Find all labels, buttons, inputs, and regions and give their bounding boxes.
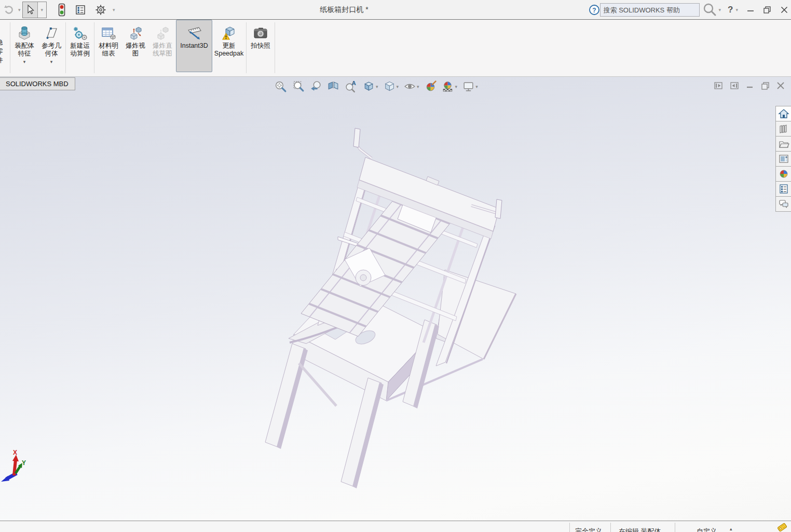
task-pane-solidworks-forum[interactable] xyxy=(775,196,791,212)
task-pane-view-palette[interactable] xyxy=(775,151,791,167)
update-speedpak-icon xyxy=(221,24,237,42)
chevron-down-icon[interactable]: ▾ xyxy=(50,60,53,64)
zoom-area-icon xyxy=(292,80,305,93)
task-pane xyxy=(775,106,791,212)
document-restore-button[interactable] xyxy=(761,81,770,90)
chevron-down-icon: ▾ xyxy=(41,7,44,12)
appearances-sphere-icon xyxy=(778,168,789,180)
document-minimize-button[interactable] xyxy=(746,81,754,90)
document-title: 纸板箱封口机 * xyxy=(320,5,368,15)
display-style-button[interactable]: ▾ xyxy=(383,80,399,93)
ribbon-separator xyxy=(94,22,94,73)
reference-geometry-icon xyxy=(43,24,60,42)
search-area: ? ▾ ? ▾ xyxy=(589,2,788,18)
chevron-down-icon[interactable]: ▾ xyxy=(397,84,399,89)
previous-view-button[interactable] xyxy=(309,80,322,93)
heads-up-view-toolbar: A ▾ ▾ xyxy=(274,80,478,93)
title-bar: ▾ ▾ xyxy=(0,0,791,20)
task-pane-file-explorer[interactable] xyxy=(775,136,791,152)
status-fully-defined: 完全定义 xyxy=(575,527,602,532)
ribbon-button-new-motion-study[interactable]: 新建运 动算例 xyxy=(66,20,93,72)
chat-bubbles-icon xyxy=(778,198,789,210)
ribbon-button-assembly-features[interactable]: 装配体 特征 ▾ xyxy=(11,20,38,72)
ribbon-button-exploded-view[interactable]: 爆炸视 图 xyxy=(122,20,149,72)
gear-icon xyxy=(95,4,106,16)
minimize-button[interactable] xyxy=(747,6,754,13)
ribbon-button-show-hidden-components[interactable]: 隐 零 件 xyxy=(0,20,9,65)
search-icon[interactable] xyxy=(702,2,717,18)
instant3d-icon xyxy=(185,24,203,42)
tag-icon[interactable] xyxy=(777,523,787,532)
tab-solidworks-mbd[interactable]: SOLIDWORKS MBD xyxy=(0,77,75,90)
edit-appearance-button[interactable] xyxy=(424,80,437,93)
section-view-icon xyxy=(327,80,340,93)
status-custom-tab[interactable]: 自定义 xyxy=(697,527,717,532)
next-document-button[interactable] xyxy=(730,81,739,90)
motion-study-icon xyxy=(72,24,88,42)
search-dropdown[interactable]: ▾ xyxy=(719,7,721,12)
chevron-down-icon[interactable]: ▾ xyxy=(417,84,419,89)
undo-button[interactable] xyxy=(3,4,15,16)
section-view-button[interactable] xyxy=(327,80,340,93)
document-close-button[interactable] xyxy=(776,81,785,90)
close-button[interactable] xyxy=(781,6,788,13)
ribbon-button-instant3d[interactable]: Instant3D xyxy=(176,20,212,72)
view-orientation-button[interactable]: ▾ xyxy=(362,80,378,93)
explode-line-sketch-icon xyxy=(154,24,171,42)
zoom-to-area-button[interactable] xyxy=(292,80,305,93)
rebuild-traffic-light-icon xyxy=(58,3,66,17)
solidworks-window: ▾ ▾ xyxy=(0,0,791,532)
help-menu[interactable]: ? xyxy=(728,5,733,15)
options-button[interactable] xyxy=(95,4,106,16)
display-style-icon xyxy=(383,80,396,93)
view-settings-button[interactable]: ▾ xyxy=(462,80,478,93)
hide-show-items-button[interactable]: ▾ xyxy=(403,80,419,93)
search-input[interactable] xyxy=(600,3,700,17)
ribbon-button-take-snapshot[interactable]: 拍快照 xyxy=(247,20,274,72)
zoom-to-fit-button[interactable] xyxy=(274,80,287,93)
options-dropdown[interactable]: ▾ xyxy=(113,7,115,12)
graphics-viewport[interactable]: SOLIDWORKS MBD xyxy=(0,77,791,521)
view-palette-icon xyxy=(778,153,789,165)
chevron-down-icon[interactable]: ▾ xyxy=(23,60,26,64)
task-pane-appearances-scenes[interactable] xyxy=(775,166,791,182)
ribbon-separator xyxy=(275,22,275,73)
ribbon-button-explode-line-sketch: 爆炸直 线草图 xyxy=(149,20,176,72)
ribbon-button-update-speedpak[interactable]: 更新 Speedpak xyxy=(212,20,246,72)
quick-access-toolbar: ▾ ▾ xyxy=(3,2,117,18)
chevron-down-icon[interactable]: ▾ xyxy=(455,84,458,89)
chevron-down-icon[interactable]: ▾ xyxy=(475,84,478,89)
help-circle-icon[interactable]: ? xyxy=(589,4,600,16)
ribbon-button-bill-of-materials[interactable]: 材料明 细表 xyxy=(95,20,122,72)
chevron-down-icon[interactable]: ▾ xyxy=(376,84,378,89)
books-icon xyxy=(778,123,789,134)
monitor-icon xyxy=(462,80,475,93)
model-3d-cardboard-box-sealer[interactable] xyxy=(0,77,791,521)
select-tool-button[interactable]: ▾ xyxy=(22,2,47,18)
ribbon-button-reference-geometry[interactable]: 参考几 何体 ▾ xyxy=(38,20,65,72)
task-pane-solidworks-resources[interactable] xyxy=(775,106,791,121)
file-properties-button[interactable] xyxy=(75,5,86,15)
restore-button[interactable] xyxy=(763,6,771,14)
previous-document-button[interactable] xyxy=(714,81,723,90)
triad-y-label: Y xyxy=(22,459,26,467)
svg-text:A: A xyxy=(352,80,356,86)
help-dropdown[interactable]: ▾ xyxy=(735,7,738,12)
home-icon xyxy=(778,108,789,119)
exploded-view-icon xyxy=(127,24,144,42)
appearance-sphere-icon xyxy=(424,80,437,93)
status-dropup-icon[interactable]: ▴ xyxy=(730,526,732,531)
apply-scene-button[interactable]: ▾ xyxy=(442,80,458,93)
undo-dropdown[interactable]: ▾ xyxy=(18,7,21,12)
eye-icon xyxy=(403,80,416,93)
document-window-controls xyxy=(714,81,785,90)
select-tool-dropdown[interactable]: ▾ xyxy=(37,2,47,18)
dynamic-annotation-views-button[interactable]: A xyxy=(345,80,358,93)
orientation-triad: X Y xyxy=(1,449,32,486)
zoom-fit-icon xyxy=(274,80,287,93)
task-pane-custom-properties[interactable] xyxy=(775,181,791,197)
ribbon-separator xyxy=(246,22,247,73)
rebuild-button[interactable] xyxy=(58,3,66,17)
task-pane-design-library[interactable] xyxy=(775,121,791,137)
file-properties-icon xyxy=(75,5,86,15)
